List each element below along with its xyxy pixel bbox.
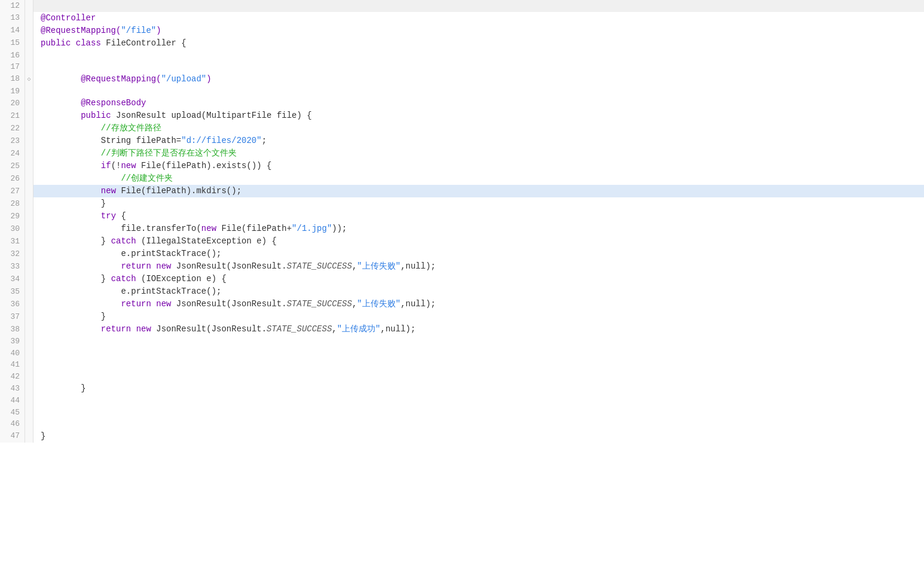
line-row: 29 try {	[0, 210, 924, 223]
line-gutter	[25, 86, 33, 97]
line-row: 27 new File(filePath).mkdirs();	[0, 185, 924, 197]
line-gutter	[25, 407, 33, 419]
line-content: }	[33, 430, 924, 443]
line-gutter	[25, 223, 33, 235]
line-gutter	[25, 430, 33, 443]
code-editor: 12 13@Controller14@RequestMapping("/file…	[0, 0, 924, 582]
line-row: 35 e.printStackTrace();	[0, 285, 924, 298]
line-row: 31 } catch (IllegalStateException e) {	[0, 235, 924, 248]
line-row: 45	[0, 407, 924, 419]
line-gutter	[25, 25, 33, 37]
line-number: 16	[0, 50, 25, 62]
line-number: 24	[0, 147, 25, 160]
line-gutter	[25, 395, 33, 407]
line-row: 23 String filePath="d://files/2020";	[0, 135, 924, 147]
line-content: @RequestMapping("/upload")	[33, 73, 924, 86]
line-number: 29	[0, 210, 25, 223]
line-content: if(!new File(filePath).exists()) {	[33, 160, 924, 172]
line-row: 18◇ @RequestMapping("/upload")	[0, 73, 924, 86]
line-number: 37	[0, 310, 25, 323]
line-number: 26	[0, 172, 25, 185]
line-gutter	[25, 248, 33, 260]
line-gutter	[25, 260, 33, 273]
line-number: 19	[0, 86, 25, 97]
line-gutter	[25, 61, 33, 73]
line-gutter	[25, 37, 33, 50]
line-row: 44	[0, 395, 924, 407]
line-row: 34 } catch (IOException e) {	[0, 273, 924, 285]
line-row: 21 public JsonResult upload(MultipartFil…	[0, 109, 924, 122]
line-gutter	[25, 323, 33, 336]
line-row: 43 }	[0, 382, 924, 395]
line-gutter	[25, 418, 33, 430]
line-row: 33 return new JsonResult(JsonResult.STAT…	[0, 260, 924, 273]
line-content: e.printStackTrace();	[33, 248, 924, 260]
line-content: @Controller	[33, 12, 924, 25]
line-row: 14@RequestMapping("/file")	[0, 25, 924, 37]
line-content	[33, 407, 924, 419]
line-content	[33, 359, 924, 371]
line-content	[33, 336, 924, 348]
line-number: 17	[0, 61, 25, 73]
line-number: 43	[0, 382, 25, 395]
line-content	[33, 50, 924, 62]
line-number: 13	[0, 12, 25, 25]
line-row: 17	[0, 61, 924, 73]
line-gutter	[25, 310, 33, 323]
line-content: } catch (IOException e) {	[33, 273, 924, 285]
line-gutter	[25, 298, 33, 310]
line-gutter	[25, 197, 33, 210]
line-number: 12	[0, 0, 25, 12]
line-gutter	[25, 135, 33, 147]
line-gutter	[25, 97, 33, 109]
line-content: file.transferTo(new File(filePath+"/1.jp…	[33, 223, 924, 235]
line-row: 36 return new JsonResult(JsonResult.STAT…	[0, 298, 924, 310]
line-row: 39	[0, 336, 924, 348]
line-content: }	[33, 382, 924, 395]
line-number: 27	[0, 185, 25, 197]
line-row: 28 }	[0, 197, 924, 210]
line-row: 26 //创建文件夹	[0, 172, 924, 185]
line-gutter	[25, 185, 33, 197]
line-number: 20	[0, 97, 25, 109]
line-number: 32	[0, 248, 25, 260]
line-content: @RequestMapping("/file")	[33, 25, 924, 37]
line-row: 30 file.transferTo(new File(filePath+"/1…	[0, 223, 924, 235]
line-number: 38	[0, 323, 25, 336]
line-number: 36	[0, 298, 25, 310]
line-number: 46	[0, 418, 25, 430]
line-content: //判断下路径下是否存在这个文件夹	[33, 147, 924, 160]
line-number: 30	[0, 223, 25, 235]
line-gutter	[25, 336, 33, 348]
line-gutter	[25, 147, 33, 160]
line-row: 40	[0, 348, 924, 359]
line-number: 41	[0, 359, 25, 371]
line-gutter	[25, 273, 33, 285]
line-gutter	[25, 12, 33, 25]
line-number: 18	[0, 73, 25, 86]
line-number: 39	[0, 336, 25, 348]
line-number: 33	[0, 260, 25, 273]
line-content	[33, 371, 924, 383]
line-content	[33, 395, 924, 407]
line-gutter: ◇	[25, 73, 33, 86]
line-number: 40	[0, 348, 25, 359]
line-row: 32 e.printStackTrace();	[0, 248, 924, 260]
line-content: public JsonResult upload(MultipartFile f…	[33, 109, 924, 122]
line-gutter	[25, 50, 33, 62]
line-row: 41	[0, 359, 924, 371]
line-content: e.printStackTrace();	[33, 285, 924, 298]
line-number: 21	[0, 109, 25, 122]
line-content: } catch (IllegalStateException e) {	[33, 235, 924, 248]
line-gutter	[25, 235, 33, 248]
line-number: 31	[0, 235, 25, 248]
line-content: }	[33, 197, 924, 210]
line-content	[33, 348, 924, 359]
line-number: 44	[0, 395, 25, 407]
line-content: @ResponseBody	[33, 97, 924, 109]
line-gutter	[25, 371, 33, 383]
line-gutter	[25, 172, 33, 185]
line-content: //存放文件路径	[33, 122, 924, 135]
line-row: 15public class FileController {	[0, 37, 924, 50]
line-row: 37 }	[0, 310, 924, 323]
